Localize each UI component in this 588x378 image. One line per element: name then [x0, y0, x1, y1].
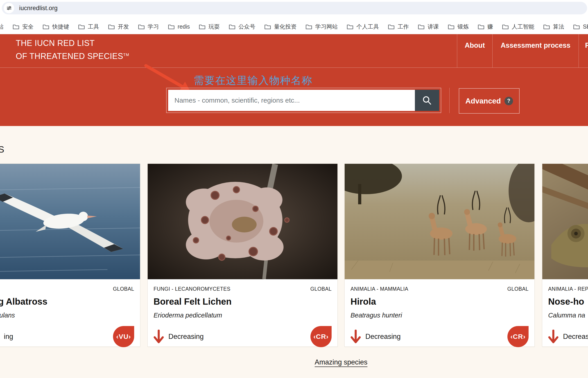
bookmark-folder[interactable]: 个人工具 — [347, 23, 379, 30]
bookmark-folder[interactable]: 开发 — [108, 23, 129, 30]
trend-label: Decreasing — [168, 333, 204, 341]
card-text: ANIMALIA - MAMMALIA GLOBAL Hirola Beatra… — [345, 279, 534, 347]
site-header: THE IUCN RED LIST OF THREATENED SPECIEST… — [0, 34, 588, 68]
folder-icon — [78, 24, 85, 29]
search-section: 需要在这里输入物种名称 Advanced ? — [0, 68, 588, 126]
species-card[interactable]: FUNGI - LECANOROMYCETES GLOBAL Boreal Fe… — [148, 163, 338, 347]
folder-icon — [13, 24, 19, 29]
help-icon[interactable]: ? — [505, 97, 513, 105]
site-title-line2: OF THREATENED SPECIESTM — [16, 49, 129, 62]
folder-icon — [305, 24, 312, 29]
card-title: g Albatross — [0, 297, 134, 307]
folder-icon — [418, 24, 424, 29]
folder-icon — [229, 24, 235, 29]
bookmark-folder[interactable]: 算法 — [543, 23, 564, 30]
bookmark-folder[interactable]: 安全 — [13, 23, 34, 30]
folder-icon — [347, 24, 354, 29]
folder-icon — [502, 24, 509, 29]
bookmark-folder[interactable]: 学习 — [138, 23, 159, 30]
address-bar[interactable]: iucnredlist.org — [2, 2, 587, 14]
bookmark-folder[interactable]: 工具 — [78, 23, 99, 30]
bookmark-folder[interactable]: 学习网站 — [305, 23, 338, 30]
site-title[interactable]: THE IUCN RED LIST OF THREATENED SPECIEST… — [16, 37, 129, 62]
species-card[interactable]: ANIMALIA - MAMMALIA GLOBAL Hirola Beatra… — [344, 163, 535, 347]
hirola-photo — [345, 164, 534, 279]
card-text: ANIMALIA - REPT Nose-ho Calumma na Decre… — [542, 279, 588, 347]
folder-icon — [42, 24, 49, 29]
section-heading-partial: S — [0, 144, 4, 155]
folder-icon — [264, 24, 271, 29]
decreasing-arrow-icon — [548, 330, 559, 344]
nav-item-assessment-process[interactable]: Assessment process — [492, 34, 578, 68]
site-title-line1: THE IUCN RED LIST — [16, 37, 129, 49]
trend-row: Decreasing ‹CR› — [153, 326, 332, 347]
card-scope: GLOBAL — [507, 286, 529, 292]
card-title: Nose-ho — [548, 297, 588, 307]
search-button[interactable] — [415, 90, 439, 111]
folder-icon — [168, 24, 175, 29]
card-taxon: FUNGI - LECANOROMYCETES — [153, 286, 230, 292]
search-icon — [422, 95, 432, 105]
bookmark-folder[interactable]: 公众号 — [229, 23, 255, 30]
search-advanced-divider — [449, 88, 450, 113]
card-species: Erioderma pedicellatum — [153, 312, 332, 319]
trend-label: Decreasing — [365, 333, 401, 341]
bookmark-folder[interactable]: 人工智能 — [502, 23, 534, 30]
card-title: Boreal Felt Lichen — [153, 297, 332, 307]
lichen-photo — [148, 164, 337, 279]
tune-icon — [7, 6, 12, 11]
card-text: GLOBAL g Albatross ulans ing ‹VU› — [0, 279, 140, 347]
folder-icon — [138, 24, 145, 29]
folder-icon — [388, 24, 395, 29]
decreasing-arrow-icon — [153, 330, 164, 344]
iucn-redlist-page: iucnredlist.org 站 安全 快捷键 工具 开发 学习 redis … — [0, 0, 588, 378]
species-card[interactable]: GLOBAL g Albatross ulans ing ‹VU› — [0, 163, 140, 347]
bookmark-folder[interactable]: redis — [168, 23, 190, 30]
card-text: FUNGI - LECANOROMYCETES GLOBAL Boreal Fe… — [148, 279, 337, 347]
search-box — [166, 88, 441, 113]
card-scope: GLOBAL — [310, 286, 332, 292]
albatross-photo — [0, 164, 140, 279]
search-input[interactable] — [168, 90, 415, 111]
bookmark-folder[interactable]: SEO — [573, 23, 588, 30]
trend-row: ing ‹VU› — [0, 326, 134, 347]
bookmark-folder[interactable]: 量化投资 — [264, 23, 297, 30]
trademark-symbol: TM — [123, 53, 129, 57]
folder-icon — [573, 24, 580, 29]
card-species: Calumma na — [548, 312, 588, 319]
redlist-category-badge: ‹VU› — [113, 326, 134, 347]
amazing-species-link[interactable]: Amazing species — [315, 358, 367, 366]
nav-item-partial[interactable]: R — [578, 34, 588, 68]
folder-icon — [448, 24, 454, 29]
folder-icon — [108, 24, 115, 29]
folder-icon — [199, 24, 205, 29]
species-section: S — [0, 126, 588, 378]
card-scope: GLOBAL — [113, 286, 134, 292]
card-species: ulans — [0, 312, 134, 319]
annotation-text: 需要在这里输入物种名称 — [194, 74, 313, 88]
browser-chrome: iucnredlist.org 站 安全 快捷键 工具 开发 学习 redis … — [0, 0, 588, 34]
bookmark-folder[interactable]: 快捷键 — [42, 23, 69, 30]
trend-label: ing — [4, 333, 13, 341]
advanced-label: Advanced — [465, 97, 501, 105]
species-card[interactable]: ANIMALIA - REPT Nose-ho Calumma na Decre… — [542, 163, 588, 347]
bookmark-folder[interactable]: 赚 — [478, 23, 493, 30]
chameleon-photo — [542, 164, 588, 279]
bookmark-folder[interactable]: 锻炼 — [448, 23, 469, 30]
bookmark-item[interactable]: 站 — [0, 23, 4, 30]
decreasing-arrow-icon — [351, 330, 361, 344]
card-taxon: ANIMALIA - REPT — [548, 286, 588, 292]
redlist-category-badge: ‹CR› — [310, 326, 332, 347]
bookmark-folder[interactable]: 玩耍 — [199, 23, 220, 30]
card-species: Beatragus hunteri — [351, 312, 529, 319]
bookmark-folder[interactable]: 工作 — [388, 23, 409, 30]
advanced-search-button[interactable]: Advanced ? — [459, 88, 520, 114]
folder-icon — [543, 24, 550, 29]
bookmark-folder[interactable]: 讲课 — [418, 23, 439, 30]
card-taxon: ANIMALIA - MAMMALIA — [351, 286, 408, 292]
site-settings-button[interactable] — [4, 3, 14, 13]
trend-row: Decreas — [548, 326, 588, 347]
folder-icon — [478, 24, 484, 29]
url-text: iucnredlist.org — [19, 5, 58, 12]
nav-item-about[interactable]: About — [457, 34, 492, 68]
